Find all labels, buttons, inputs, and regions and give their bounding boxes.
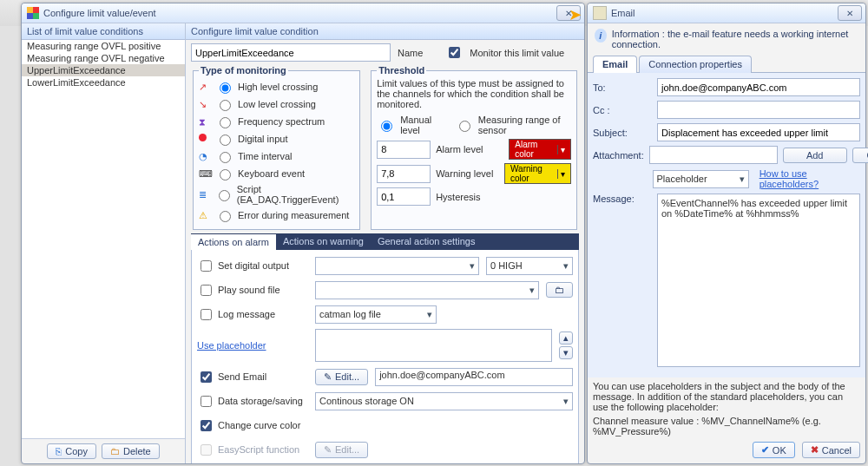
copy-button[interactable]: ⎘ Copy (47, 443, 96, 459)
spin-up-icon[interactable]: ▴ (559, 331, 573, 345)
digital-output-state-select[interactable]: 0 HIGH▾ (486, 257, 573, 275)
spectrum-icon: ⧗ (199, 115, 211, 128)
folder-icon: 🗀 (110, 446, 120, 456)
titlebar[interactable]: Configure limit value/event ➤ ✕ (22, 3, 584, 23)
chevron-down-icon: ▾ (427, 309, 432, 320)
warning-icon: ⚠ (199, 209, 211, 221)
radio-keyboard[interactable] (220, 169, 231, 180)
data-storage-select[interactable]: Continous storage ON▾ (315, 392, 573, 410)
copy-icon: ⎘ (56, 446, 62, 456)
name-label: Name (398, 48, 423, 58)
digital-output-select[interactable]: ▾ (315, 257, 479, 275)
tab-actions-warning[interactable]: Actions on warning (276, 233, 371, 250)
action-tabs: Actions on alarm Actions on warning Gene… (191, 233, 579, 250)
actions-pane: Set digital output ▾ 0 HIGH▾ Play sound … (191, 250, 579, 463)
info-text: Information : the e-mail feature needs a… (612, 29, 858, 49)
chk-set-digital-output[interactable] (201, 260, 212, 272)
radio-error[interactable] (220, 211, 231, 222)
tab-general-settings[interactable]: General action settings (371, 233, 483, 250)
spin-down-icon[interactable]: ▾ (559, 346, 573, 359)
cc-input[interactable] (657, 101, 860, 119)
tab-actions-alarm[interactable]: Actions on alarm (191, 233, 276, 250)
message-textarea[interactable]: %EventChannel% has exceeded upper limit … (657, 194, 860, 367)
email-tabs: Email Connection properties (588, 55, 865, 73)
warning-level-input[interactable] (377, 165, 431, 183)
chevron-down-icon: ▾ (563, 260, 569, 272)
tab-email[interactable]: Email (593, 56, 637, 73)
close-icon[interactable]: ✕ (838, 5, 862, 21)
log-target-select[interactable]: catman log file▾ (315, 305, 437, 324)
list-item[interactable]: LowerLimitExceedance (22, 76, 185, 89)
threshold-note: Limit values of this type must be assign… (377, 78, 571, 109)
pointer-icon: ➤ (569, 5, 582, 24)
radio-measuring-range[interactable] (459, 121, 470, 132)
warning-color-picker[interactable]: Warning color▾ (504, 163, 571, 184)
delete-button[interactable]: 🗀 Delete (102, 443, 160, 459)
clock-icon: ◔ (199, 150, 211, 162)
condition-config-panel: Configure limit value condition Name Mon… (186, 23, 584, 463)
monitor-label: Monitor this limit value (470, 48, 564, 58)
edit-email-button[interactable]: ✎Edit... (315, 369, 368, 385)
howto-placeholders-link[interactable]: How to use placeholders? (760, 168, 860, 189)
keyboard-icon: ⌨ (199, 167, 211, 180)
cancel-button[interactable]: ✖Cancel (802, 442, 860, 458)
radio-low-level[interactable] (220, 100, 231, 111)
configure-limit-window: Configure limit value/event ➤ ✕ List of … (21, 3, 585, 464)
footer-note-2: Channel measure value : %MV_ChannelName%… (588, 412, 865, 436)
monitor-checkbox[interactable] (449, 47, 460, 58)
add-attachment-button[interactable]: Add (783, 148, 847, 163)
ok-button[interactable]: ✔OK (753, 442, 795, 458)
chk-data-storage[interactable] (201, 396, 212, 407)
radio-time[interactable] (220, 152, 231, 163)
radio-high-level[interactable] (220, 82, 231, 94)
script-icon: ≣ (199, 188, 210, 200)
alarm-level-input[interactable] (377, 141, 431, 159)
browse-sound-button[interactable]: 🗀 (546, 282, 573, 298)
tab-connection[interactable]: Connection properties (639, 56, 752, 73)
conditions-header: List of limit value conditions (22, 23, 185, 40)
chk-log-message[interactable] (201, 309, 212, 320)
to-input[interactable] (657, 78, 860, 96)
chk-play-sound[interactable] (201, 285, 212, 296)
titlebar[interactable]: Email ✕ (588, 3, 865, 23)
x-icon: ✖ (811, 444, 819, 456)
placeholder-select[interactable]: Placeholder▾ (653, 170, 749, 188)
hysteresis-input[interactable] (377, 187, 431, 206)
list-item[interactable]: Measuring range OVFL positive (22, 40, 185, 52)
chevron-down-icon: ▾ (563, 396, 569, 407)
list-item[interactable]: UpperLimitExceedance (22, 64, 185, 76)
log-message-text[interactable] (315, 329, 552, 362)
radio-frequency[interactable] (220, 117, 231, 128)
clear-attachments-button[interactable]: Clear all (852, 148, 868, 163)
email-icon (593, 6, 607, 20)
threshold-legend: Threshold (377, 65, 426, 75)
use-placeholder-link[interactable]: Use placeholder (197, 340, 266, 351)
subject-input[interactable] (657, 123, 860, 141)
config-header: Configure limit value condition (186, 23, 584, 40)
check-icon: ✔ (761, 444, 769, 456)
radio-digital[interactable] (220, 135, 231, 146)
info-icon: i (595, 29, 607, 43)
low-icon: ↘ (199, 98, 211, 110)
radio-script[interactable] (219, 190, 230, 201)
digital-icon (199, 133, 211, 145)
chk-send-email[interactable] (201, 371, 212, 383)
alarm-color-picker[interactable]: Alarm color▾ (509, 139, 571, 160)
email-form: To: Cc : Subject: Attachment: Add Clear … (588, 73, 865, 377)
chevron-down-icon: ▾ (470, 260, 475, 272)
edit-easyscript-button: ✎Edit... (315, 442, 368, 458)
window-title: Configure limit value/event (43, 8, 556, 18)
radio-manual-level[interactable] (381, 121, 392, 132)
condition-name-input[interactable] (191, 43, 391, 62)
conditions-list[interactable]: Measuring range OVFL positive Measuring … (22, 40, 185, 438)
high-icon: ↗ (199, 81, 211, 93)
email-window: Email ✕ i Information : the e-mail featu… (587, 3, 866, 464)
sound-file-select[interactable]: ▾ (315, 281, 539, 299)
type-of-monitoring-group: Type of monitoring ↗High level crossing … (193, 65, 360, 230)
chevron-down-icon: ▾ (557, 145, 565, 154)
attachment-input[interactable] (649, 146, 778, 164)
list-item[interactable]: Measuring range OVFL negative (22, 52, 185, 64)
chevron-down-icon: ▾ (740, 174, 745, 185)
chevron-down-icon: ▾ (557, 169, 565, 179)
chk-change-curve-color[interactable] (201, 420, 212, 431)
